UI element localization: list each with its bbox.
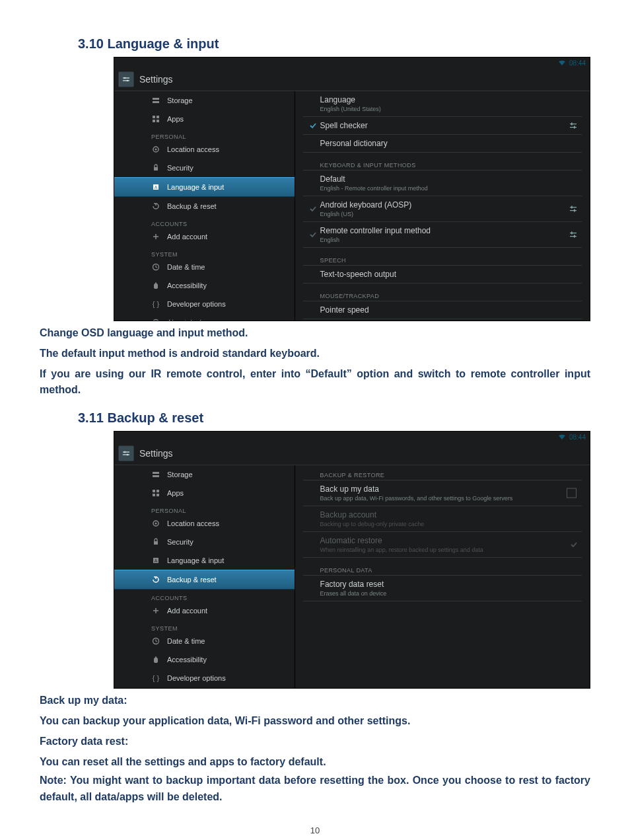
sidebar-item-accessibility[interactable]: Accessibility (114, 276, 295, 295)
sidebar-item-about[interactable]: About device (114, 687, 295, 689)
row-title: Default (320, 174, 428, 184)
row-remote-input[interactable]: Remote controller input methodEnglish (303, 222, 582, 248)
sliders-icon[interactable] (569, 230, 578, 239)
sidebar-item-label: Backup & reset (167, 202, 217, 210)
row-subtitle: Backing up to debug-only private cache (320, 521, 425, 527)
svg-rect-36 (153, 472, 159, 474)
sidebar-group-accounts: ACCOUNTS (114, 215, 295, 227)
sidebar-item-storage[interactable]: Storage (114, 465, 295, 484)
braces-icon: { } (151, 673, 160, 683)
status-bar: 08:44 (114, 432, 590, 442)
sidebar-item-about[interactable]: About device (114, 313, 295, 321)
backup-icon (151, 575, 160, 584)
doc-paragraph: If you are using our IR remote control, … (40, 366, 590, 399)
row-subtitle: English - Remote controller input method (320, 185, 428, 192)
header-speech: SPEECH (303, 248, 582, 266)
sidebar-item-label: Language & input (167, 183, 224, 191)
sidebar-item-label: Location access (167, 145, 219, 153)
sidebar-item-backup[interactable]: Backup & reset (114, 197, 295, 215)
status-time: 08:44 (569, 434, 586, 441)
braces-icon: { } (151, 299, 160, 309)
row-backup-account: Backup accountBacking up to debug-only p… (303, 506, 582, 532)
settings-content: BACKUP & RESTORE Back up my dataBack up … (295, 465, 590, 689)
row-aosp-keyboard[interactable]: Android keyboard (AOSP)English (US) (303, 196, 582, 222)
sidebar-item-label: Date & time (167, 263, 205, 271)
apps-icon (151, 488, 160, 498)
sidebar-item-backup[interactable]: Backup & reset (114, 570, 295, 590)
svg-point-17 (153, 320, 159, 322)
sidebar-item-date[interactable]: Date & time (114, 632, 295, 650)
checkbox-unchecked[interactable] (567, 488, 577, 498)
row-spell-checker[interactable]: Spell checker (303, 117, 582, 135)
wifi-icon (559, 60, 565, 65)
svg-rect-22 (571, 123, 573, 126)
row-backup-my-data[interactable]: Back up my dataBack up app data, Wi-Fi p… (303, 480, 582, 506)
sidebar-group-system: SYSTEM (114, 246, 295, 258)
header-keyboard: KEYBOARD & INPUT METHODS (303, 153, 582, 171)
storage-icon (151, 96, 160, 105)
row-factory-data-reset[interactable]: Factory data resetErases all data on dev… (303, 576, 582, 601)
lock-icon (151, 163, 160, 172)
row-pointer-speed[interactable]: Pointer speed (303, 301, 582, 319)
sidebar-item-storage[interactable]: Storage (114, 91, 295, 110)
sliders-icon[interactable] (569, 204, 578, 213)
svg-rect-37 (153, 475, 159, 477)
sidebar-item-add-account[interactable]: Add account (114, 601, 295, 620)
sidebar-item-date[interactable]: Date & time (114, 258, 295, 276)
svg-point-43 (155, 523, 157, 525)
sidebar-item-developer[interactable]: { }Developer options (114, 295, 295, 313)
sidebar-item-label: Backup & reset (167, 576, 217, 584)
clock-icon (151, 262, 160, 272)
sidebar-item-label: Add account (167, 233, 207, 241)
svg-text:A: A (155, 185, 158, 190)
row-language[interactable]: LanguageEnglish (United States) (303, 91, 582, 117)
sidebar-item-label: Date & time (167, 637, 205, 645)
svg-rect-5 (153, 101, 159, 103)
sidebar-item-language[interactable]: ALanguage & input (114, 177, 295, 197)
sidebar-item-label: Developer options (167, 674, 226, 682)
sidebar-item-apps[interactable]: Apps (114, 110, 295, 128)
sidebar-group-accounts: ACCOUNTS (114, 590, 295, 601)
row-title: Pointer speed (320, 305, 369, 315)
sidebar-item-label: Accessibility (167, 656, 207, 664)
row-tts[interactable]: Text-to-speech output (303, 266, 582, 284)
settings-app-icon (118, 445, 134, 461)
svg-rect-30 (571, 232, 573, 235)
doc-paragraph: Back up my data: (40, 693, 590, 709)
settings-sidebar: Storage Apps PERSONAL Location access Se… (114, 465, 295, 689)
sidebar-item-label: Storage (167, 471, 193, 478)
sidebar-item-label: About device (167, 319, 209, 321)
sidebar-item-location[interactable]: Location access (114, 140, 295, 159)
svg-rect-0 (123, 77, 129, 79)
svg-rect-29 (570, 236, 577, 237)
doc-paragraph: The default input method is android stan… (40, 346, 590, 362)
svg-text:{ }: { } (153, 674, 160, 682)
settings-content: LanguageEnglish (United States) Spell ch… (295, 91, 590, 321)
sidebar-item-developer[interactable]: { }Developer options (114, 669, 295, 687)
hand-icon (151, 655, 160, 664)
row-personal-dictionary[interactable]: Personal dictionary (303, 135, 582, 153)
doc-paragraph: Factory data rest: (40, 734, 590, 750)
sidebar-item-accessibility[interactable]: Accessibility (114, 650, 295, 669)
svg-rect-26 (571, 206, 573, 209)
sidebar-item-location[interactable]: Location access (114, 514, 295, 533)
sidebar-item-language[interactable]: ALanguage & input (114, 551, 295, 570)
svg-rect-32 (123, 451, 129, 453)
svg-rect-40 (153, 494, 155, 496)
sidebar-item-security[interactable]: Security (114, 533, 295, 551)
sliders-icon[interactable] (569, 121, 578, 130)
svg-rect-23 (574, 126, 575, 129)
sidebar-item-apps[interactable]: Apps (114, 484, 295, 502)
row-default-input[interactable]: DefaultEnglish - Remote controller input… (303, 171, 582, 196)
screenshot-language-input: 08:44 Settings Storage Apps PERSONAL Loc… (114, 57, 590, 321)
wifi-icon (559, 434, 565, 439)
sidebar-item-add-account[interactable]: Add account (114, 227, 295, 246)
sidebar-item-label: Security (167, 538, 193, 546)
row-subtitle: Erases all data on device (320, 590, 387, 597)
svg-rect-31 (574, 235, 575, 238)
sidebar-item-security[interactable]: Security (114, 159, 295, 177)
row-subtitle: English (United States) (320, 106, 381, 112)
svg-point-2 (124, 77, 126, 79)
backup-icon (151, 202, 160, 211)
row-title: Android keyboard (AOSP) (320, 200, 412, 210)
